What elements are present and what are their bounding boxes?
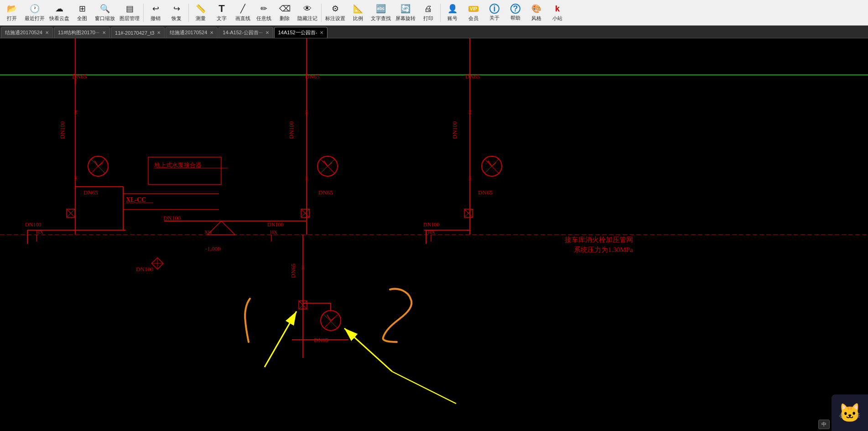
tool-vip[interactable]: VIP 会员	[463, 1, 483, 24]
tool-erase[interactable]: ⌫ 删除	[275, 1, 295, 24]
station-icon: k	[552, 3, 563, 14]
svg-text:DN100: DN100	[267, 221, 283, 228]
text-find-icon: 🔤	[375, 3, 386, 14]
style-icon: 🎨	[531, 3, 542, 14]
drawing-canvas[interactable]: 天 天 天 天 天 天 天 × × × DN65 DN65 DN65 DN100…	[0, 38, 868, 431]
tool-redo[interactable]: ↪ 恢复	[166, 1, 187, 24]
svg-text:-1.000: -1.000	[205, 245, 221, 252]
svg-text:DN100: DN100	[288, 121, 295, 139]
line-icon: ╱	[237, 3, 248, 14]
tool-window-zoom[interactable]: 🔍 窗口缩放	[93, 1, 117, 24]
svg-text:DN65: DN65	[478, 189, 493, 196]
tool-vip-label: 会员	[468, 15, 478, 22]
sep1	[143, 4, 144, 22]
tab-5-close[interactable]: ✕	[265, 30, 269, 35]
tab-6-close[interactable]: ✕	[320, 30, 323, 35]
svg-text:天: 天	[468, 176, 472, 181]
tool-hide-note[interactable]: 👁 隐藏注记	[296, 1, 319, 24]
svg-line-99	[265, 311, 296, 367]
tool-cloud[interactable]: ☁ 快看云盘	[47, 1, 71, 24]
svg-text:DN100: DN100	[423, 221, 439, 228]
tool-help[interactable]: ? 帮助	[505, 1, 525, 24]
tool-freeline-label: 任意线	[256, 15, 271, 22]
tool-print[interactable]: 🖨 打印	[418, 1, 438, 24]
tool-text-find[interactable]: 🔤 文字查找	[369, 1, 393, 24]
redo-icon: ↪	[171, 3, 182, 14]
tool-measure-label: 测量	[196, 15, 206, 22]
tool-style[interactable]: 🎨 风格	[526, 1, 546, 24]
layer-icon: ▤	[124, 3, 135, 14]
tool-redo-label: 恢复	[172, 15, 182, 22]
svg-text:天: 天	[305, 110, 309, 115]
tab-3-close[interactable]: ✕	[157, 30, 161, 35]
tool-recent[interactable]: 🕐 最近打开	[23, 1, 47, 24]
tool-cloud-label: 快看云盘	[49, 15, 69, 22]
tab-1-label: 结施通20170524	[5, 29, 42, 36]
tab-1-close[interactable]: ✕	[45, 30, 49, 35]
svg-text:DN100: DN100	[59, 121, 66, 139]
sep4	[440, 4, 441, 22]
tab-4-close[interactable]: ✕	[210, 30, 213, 35]
about-icon: i	[489, 4, 499, 14]
tool-account[interactable]: 👤 账号	[442, 1, 463, 24]
svg-text:DN100: DN100	[25, 221, 41, 228]
svg-rect-12	[148, 157, 221, 184]
mark-setting-icon: ⚙	[330, 3, 341, 14]
tool-fullview[interactable]: ⊞ 全图	[72, 1, 92, 24]
svg-text:地上式水泵接合器: 地上式水泵接合器	[154, 162, 202, 168]
tool-fullview-label: 全图	[77, 15, 87, 22]
tool-print-label: 打印	[423, 15, 433, 22]
svg-text:XH: XH	[204, 229, 212, 235]
tool-about-label: 关于	[489, 15, 499, 21]
svg-line-101	[392, 372, 456, 404]
tool-undo-label: 撤销	[151, 15, 161, 22]
svg-text:DN65: DN65	[290, 263, 296, 278]
tool-measure[interactable]: 📏 测量	[191, 1, 211, 24]
tab-2-label: 11#结构图20170···	[58, 29, 99, 36]
svg-text:HX: HX	[36, 229, 43, 235]
tool-mark-setting[interactable]: ⚙ 标注设置	[323, 1, 347, 24]
tab-2[interactable]: 11#结构图20170··· ✕	[54, 27, 110, 38]
svg-text:DN65: DN65	[465, 73, 480, 80]
fullview-icon: ⊞	[77, 3, 88, 14]
tool-layer[interactable]: ▤ 图层管理	[118, 1, 141, 24]
help-icon: ?	[510, 4, 520, 14]
ime-label: 中	[821, 421, 826, 427]
tab-3[interactable]: 11#-20170427_t3 ✕	[111, 27, 165, 38]
tool-rotate[interactable]: 🔄 屏幕旋转	[394, 1, 417, 24]
tool-scale[interactable]: 📐 比例	[348, 1, 368, 24]
tool-about[interactable]: i 关于	[484, 1, 504, 24]
erase-icon: ⌫	[279, 3, 290, 14]
tool-window-zoom-label: 窗口缩放	[95, 15, 115, 22]
tab-4[interactable]: 结施通20170524 ✕	[166, 27, 218, 38]
hide-note-icon: 👁	[302, 3, 313, 14]
undo-icon: ↩	[150, 3, 161, 14]
tool-station[interactable]: k 小站	[547, 1, 567, 24]
tool-open-label: 打开	[7, 15, 17, 22]
tab-6[interactable]: 14A152一公园首- ✕	[274, 27, 328, 38]
svg-text:HX: HX	[270, 229, 277, 235]
tool-undo[interactable]: ↩ 撤销	[146, 1, 166, 24]
tool-freeline[interactable]: ✏ 任意线	[254, 1, 274, 24]
svg-marker-15	[208, 221, 235, 235]
tab-2-close[interactable]: ✕	[102, 30, 106, 35]
cloud-icon: ☁	[54, 3, 65, 14]
account-icon: 👤	[447, 3, 458, 14]
tool-text[interactable]: T 文字	[212, 1, 232, 24]
tool-rotate-label: 屏幕旋转	[395, 15, 416, 22]
tab-1[interactable]: 结施通20170524 ✕	[1, 27, 53, 38]
tool-hide-note-label: 隐藏注记	[297, 15, 317, 22]
tool-open[interactable]: 📂 打开	[2, 1, 22, 24]
svg-text:HX: HX	[428, 229, 435, 235]
svg-text:DN100: DN100	[136, 266, 153, 273]
recent-icon: 🕐	[29, 3, 40, 14]
sep3	[321, 4, 322, 22]
tool-help-label: 帮助	[510, 15, 520, 21]
svg-text:天: 天	[74, 110, 78, 115]
tool-line[interactable]: ╱ 画直线	[233, 1, 253, 24]
svg-text:天: 天	[305, 176, 309, 181]
tab-5[interactable]: 14-A152-公园首··· ✕	[218, 27, 273, 38]
vip-icon: VIP	[468, 3, 479, 14]
svg-text:DN65: DN65	[72, 73, 87, 80]
toolbar: 📂 打开 🕐 最近打开 ☁ 快看云盘 ⊞ 全图 🔍 窗口缩放 ▤ 图层管理 ↩ …	[0, 0, 868, 26]
